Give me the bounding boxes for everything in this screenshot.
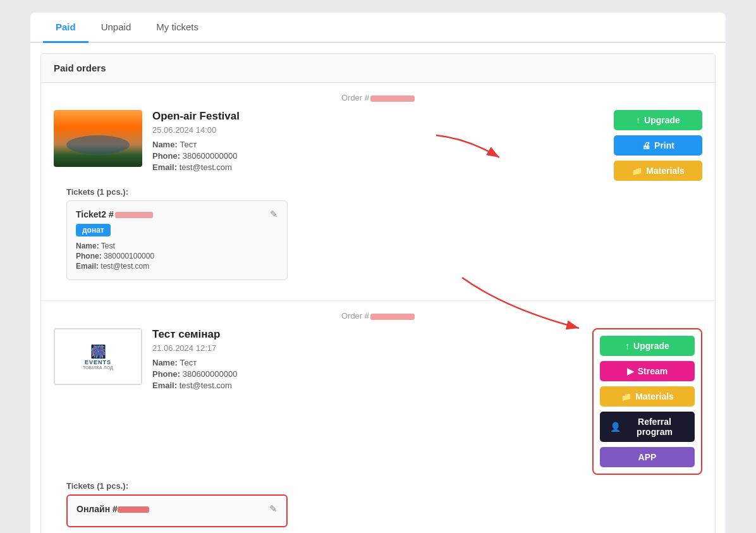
ticket-1-badge: донат — [76, 224, 111, 236]
order-1-event-image — [54, 110, 142, 167]
order-2-event-row: 🎆 EVENTS ТОБІЛКА ЛОД Тест семінар 21.06.… — [54, 328, 702, 475]
arrow-1-svg — [430, 129, 506, 180]
order-2-id-redacted — [370, 314, 415, 320]
tab-unpaid[interactable]: Unpaid — [88, 13, 144, 43]
events-logo-sub: ТОБІЛКА ЛОД — [83, 365, 113, 370]
ticket-2-title: Онлайн # — [76, 504, 149, 514]
order-1-block: Order # Open-air Festival 25.06.2024 14:… — [41, 83, 715, 301]
referral-button-2[interactable]: 👤 Referral program — [600, 412, 695, 442]
order-2-name: Name: Тест — [152, 358, 362, 367]
events-logo: 🎆 EVENTS ТОБІЛКА ЛОД — [54, 328, 142, 385]
order-1-phone: Phone: 380600000000 — [152, 151, 594, 161]
events-logo-graphic: 🎆 — [90, 344, 106, 359]
events-logo-text: EVENTS — [85, 359, 111, 365]
order-1-date: 25.06.2024 14:00 — [152, 125, 594, 135]
materials-icon-1: 📁 — [631, 166, 642, 176]
print-button-1[interactable]: 🖨 Print — [614, 135, 702, 156]
order-1-tickets-label: Tickets (1 pcs.): — [54, 181, 702, 200]
ticket-2-header: Онлайн # ✎ — [76, 503, 277, 515]
stream-button-2[interactable]: ▶ Stream — [600, 361, 695, 381]
order-2-block: Order # 🎆 EVENTS ТОБІЛКА ЛОД Тест семіна… — [41, 301, 715, 533]
ticket-1-header: Ticket2 # ✎ — [76, 209, 278, 220]
ticket-1-name: Name: Test — [76, 242, 278, 250]
order-1-event-row: Open-air Festival 25.06.2024 14:00 Name:… — [54, 110, 702, 181]
tab-paid[interactable]: Paid — [43, 13, 88, 43]
order-2-event-image: 🎆 EVENTS ТОБІЛКА ЛОД — [54, 328, 142, 385]
ticket-1-id-redacted — [115, 212, 153, 218]
order-2-event-info: Тест семінар 21.06.2024 12:17 Name: Тест… — [152, 328, 362, 392]
upgrade-button-2[interactable]: ↑ Upgrade — [600, 336, 695, 356]
ticket-1-email: Email: test@test.com — [76, 262, 278, 271]
print-icon-1: 🖨 — [642, 140, 650, 150]
upgrade-icon-1: ↑ — [636, 115, 640, 125]
section-title: Paid orders — [41, 54, 715, 83]
tabs-bar: Paid Unpaid My tickets — [30, 13, 726, 43]
order-2-date: 21.06.2024 12:17 — [152, 343, 362, 353]
ticket-1-edit-icon[interactable]: ✎ — [270, 209, 278, 220]
landscape-photo — [54, 110, 142, 167]
order-1-email: Email: test@test.com — [152, 162, 594, 172]
order-1-name: Name: Тест — [152, 140, 594, 149]
order-2-actions: ↑ Upgrade ▶ Stream 📁 Materials 👤 — [600, 336, 695, 467]
app-button-2[interactable]: APP — [600, 447, 695, 467]
ticket-1-title: Ticket2 # — [76, 209, 153, 219]
order-2-label: Order # — [341, 311, 369, 321]
ticket-2-edit-icon[interactable]: ✎ — [269, 503, 277, 515]
upgrade-icon-2: ↑ — [625, 341, 630, 351]
arrow-2-svg — [456, 271, 582, 347]
order-1-ticket-card: Ticket2 # ✎ донат Name: Test Phone: 3800… — [66, 200, 288, 280]
materials-icon-2: 📁 — [621, 391, 631, 401]
order-2-title: Тест семінар — [152, 328, 362, 341]
materials-button-2[interactable]: 📁 Materials — [600, 386, 695, 407]
order-2-actions-box: ↑ Upgrade ▶ Stream 📁 Materials 👤 — [592, 328, 702, 475]
order-1-id-redacted — [370, 95, 415, 102]
order-2-email: Email: test@test.com — [152, 381, 362, 390]
order-2-id-row: Order # — [54, 311, 702, 321]
paid-orders-section: Paid orders Order # Open-air Festival 25… — [40, 53, 716, 533]
ticket-2-id-redacted — [118, 506, 149, 513]
stream-icon-2: ▶ — [627, 366, 634, 376]
ticket-1-phone: Phone: 380000100000 — [76, 252, 278, 260]
order-1-actions: ↑ Upgrade 🖨 Print 📁 Materials — [614, 110, 702, 181]
order-2-ticket-card: Онлайн # ✎ — [66, 494, 288, 527]
order-1-id-row: Order # — [54, 93, 702, 102]
upgrade-button-1[interactable]: ↑ Upgrade — [614, 110, 702, 130]
referral-icon-2: 👤 — [610, 422, 621, 432]
order-1-title: Open-air Festival — [152, 110, 594, 123]
main-container: Paid Unpaid My tickets Paid orders Order… — [30, 13, 726, 533]
order-2-phone: Phone: 380600000000 — [152, 369, 362, 379]
order-1-event-info: Open-air Festival 25.06.2024 14:00 Name:… — [152, 110, 594, 174]
tab-my-tickets[interactable]: My tickets — [143, 13, 211, 43]
materials-button-1[interactable]: 📁 Materials — [614, 161, 702, 181]
order-1-label: Order # — [341, 93, 369, 102]
order-2-tickets-label: Tickets (1 pcs.): — [54, 475, 702, 494]
